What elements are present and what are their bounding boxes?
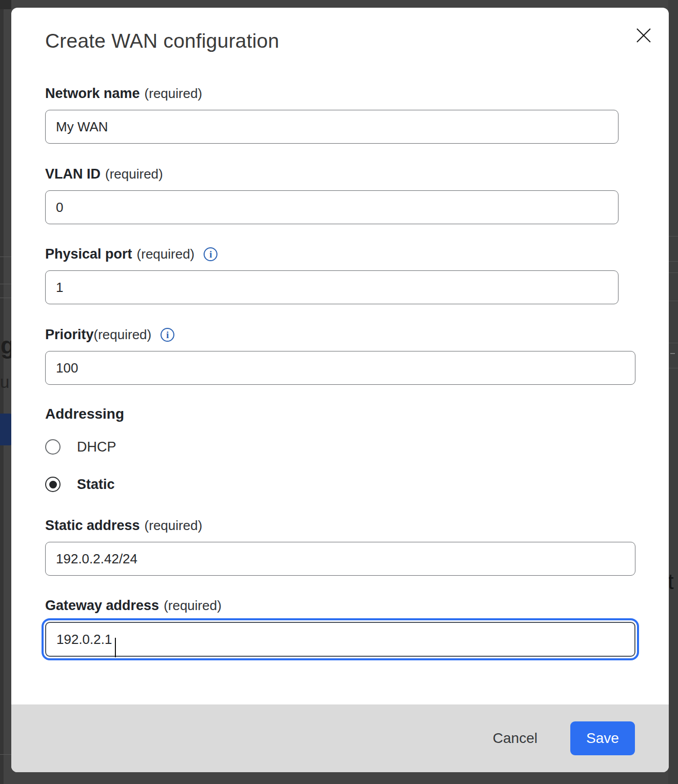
dialog-footer: Cancel Save xyxy=(11,704,669,772)
create-wan-configuration-dialog: Create WAN configuration Network name (r… xyxy=(11,8,669,772)
field-vlan-id: VLAN ID (required) xyxy=(45,165,619,224)
dimmed-background-right xyxy=(668,0,678,784)
dimmed-background-corner xyxy=(0,0,11,9)
field-label: Priority xyxy=(45,327,94,343)
gateway-address-input[interactable] xyxy=(45,622,635,657)
dimmed-text-fragment: u xyxy=(0,373,9,392)
text-cursor xyxy=(115,638,116,657)
required-hint: (required) xyxy=(145,518,203,534)
dimmed-button-fragment xyxy=(0,414,12,445)
close-button[interactable] xyxy=(633,25,654,47)
field-network-name: Network name (required) xyxy=(45,85,619,144)
field-physical-port: Physical port (required) i xyxy=(45,245,619,304)
dimmed-table-line xyxy=(668,261,678,262)
info-icon[interactable]: i xyxy=(204,247,217,261)
network-name-input[interactable] xyxy=(45,110,619,144)
field-gateway-address: Gateway address (required) xyxy=(45,597,635,657)
radio-option-static[interactable]: Static xyxy=(45,476,115,493)
dimmed-table-line xyxy=(0,257,11,257)
dimmed-table-line xyxy=(0,298,11,298)
info-icon[interactable]: i xyxy=(161,328,174,342)
priority-input[interactable] xyxy=(45,351,635,385)
required-hint: (required) xyxy=(105,166,163,182)
dimmed-table-line xyxy=(668,343,678,343)
radio-dot xyxy=(49,481,57,488)
dimmed-table-line xyxy=(668,272,678,273)
dimmed-icon-fragment xyxy=(670,353,675,354)
required-hint: (required) xyxy=(137,246,195,262)
field-priority: Priority (required) i xyxy=(45,326,635,385)
dimmed-table-line xyxy=(0,754,11,755)
save-button[interactable]: Save xyxy=(570,721,635,755)
dimmed-table-line xyxy=(668,368,678,368)
radio-label[interactable]: Static xyxy=(77,477,115,493)
field-label: Gateway address xyxy=(45,598,159,614)
dimmed-table-line xyxy=(668,301,678,301)
dialog-title: Create WAN configuration xyxy=(45,30,279,52)
required-hint: (required) xyxy=(94,327,152,343)
dimmed-background-sidebar xyxy=(0,0,4,784)
required-hint: (required) xyxy=(164,598,222,614)
dimmed-table-line xyxy=(0,284,11,284)
field-label: Network name xyxy=(45,86,140,102)
radio-selected-icon[interactable] xyxy=(45,477,61,492)
dimmed-table-line xyxy=(668,236,678,237)
physical-port-input[interactable] xyxy=(45,270,619,304)
required-hint: (required) xyxy=(145,86,203,102)
field-static-address: Static address (required) xyxy=(45,517,635,576)
addressing-section-heading: Addressing xyxy=(45,406,124,422)
cancel-button[interactable]: Cancel xyxy=(485,725,546,752)
close-icon xyxy=(635,27,652,46)
radio-label[interactable]: DHCP xyxy=(77,439,116,455)
field-label: Physical port xyxy=(45,246,132,262)
static-address-input[interactable] xyxy=(45,542,635,576)
vlan-id-input[interactable] xyxy=(45,190,619,224)
field-label: Static address xyxy=(45,518,140,534)
field-label: VLAN ID xyxy=(45,166,101,182)
radio-unselected-icon[interactable] xyxy=(45,439,61,455)
radio-option-dhcp[interactable]: DHCP xyxy=(45,438,116,456)
